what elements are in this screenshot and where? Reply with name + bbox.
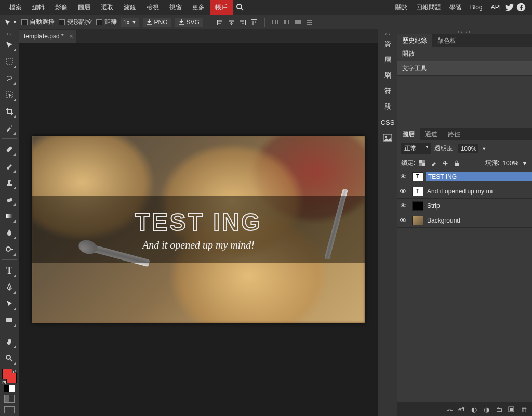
dock-para[interactable]: 段 (378, 99, 397, 114)
dock-brush[interactable]: 刷 (378, 68, 397, 83)
align-right-icon[interactable] (238, 18, 247, 27)
tab-channels[interactable]: 通道 (420, 128, 443, 140)
link-api[interactable]: API (487, 4, 505, 11)
color-swatches[interactable]: ⬔ ⇄ (2, 369, 17, 383)
facebook-icon[interactable] (516, 3, 528, 12)
distribute-4-icon[interactable] (305, 18, 314, 27)
layer-name[interactable]: TEST ING (426, 172, 532, 181)
menu-file[interactable]: 檔案 (4, 0, 27, 15)
layer-row[interactable]: 👁 T TEST ING (397, 170, 532, 184)
panel-grip[interactable]: ›› ‹‹ (397, 29, 532, 34)
distance-checkbox[interactable]: 距離 (96, 18, 117, 27)
tab-paths[interactable]: 路徑 (443, 128, 466, 140)
dock-char[interactable]: 符 (378, 83, 397, 99)
fill-input[interactable]: 100% (502, 160, 518, 167)
search-icon[interactable] (236, 3, 248, 11)
canvas[interactable]: TEST ING And it opened up my mind! (32, 136, 365, 323)
dock-image-icon[interactable] (378, 130, 397, 146)
transform-controls-checkbox[interactable]: 變形調控 (59, 18, 92, 27)
history-item[interactable]: 文字工具 (397, 61, 532, 76)
lock-brush-icon[interactable] (430, 159, 438, 167)
eyedropper-tool[interactable] (2, 121, 17, 135)
gradient-tool[interactable] (2, 209, 17, 223)
layer-name[interactable]: Strip (426, 202, 532, 210)
link-about[interactable]: 關於 (391, 3, 412, 12)
twitter-icon[interactable] (505, 3, 516, 12)
visibility-icon[interactable]: 👁 (397, 187, 409, 196)
tab-layers[interactable]: 圖層 (397, 128, 420, 140)
align-top-icon[interactable] (250, 18, 258, 27)
history-item[interactable]: 開啟 (397, 47, 532, 61)
fx-icon[interactable]: eff (457, 405, 466, 413)
link-learn[interactable]: 學習 (445, 3, 466, 12)
opacity-input[interactable]: 100% (458, 144, 478, 153)
link-blog[interactable]: Blog (466, 4, 487, 11)
reset-colors-icon[interactable]: ⬔ (2, 380, 7, 385)
zoom-ratio-select[interactable]: 1x▼ (121, 18, 139, 27)
export-png-button[interactable]: PNG (143, 18, 171, 27)
path-select-tool[interactable] (2, 296, 17, 311)
canvas-viewport[interactable]: TEST ING And it opened up my mind! (19, 43, 378, 416)
blend-mode-select[interactable]: 正常 (401, 143, 431, 154)
zoom-tool[interactable] (2, 351, 17, 366)
type-tool[interactable]: T (2, 263, 17, 278)
pen-tool[interactable] (2, 280, 17, 294)
lasso-tool[interactable] (2, 71, 17, 85)
tab-history[interactable]: 歷史紀錄 (397, 34, 432, 47)
lock-pixels-icon[interactable] (418, 159, 427, 167)
menu-more[interactable]: 更多 (187, 0, 210, 15)
menu-view[interactable]: 檢視 (141, 0, 164, 15)
auto-select-checkbox[interactable]: 自動選擇 (21, 18, 55, 27)
link-layers-icon[interactable]: ⫘ (445, 405, 453, 413)
close-tab-icon[interactable]: × (70, 33, 73, 40)
eraser-tool[interactable] (2, 192, 17, 206)
crop-tool[interactable] (2, 104, 17, 119)
dock-layers[interactable]: 層 (378, 52, 397, 68)
menu-account[interactable]: 帳戶 (210, 0, 233, 15)
adjustment-icon[interactable]: ◑ (482, 405, 490, 413)
hand-tool[interactable] (2, 334, 17, 349)
menu-layer[interactable]: 圖層 (73, 0, 96, 15)
distribute-2-icon[interactable] (283, 18, 291, 27)
menu-window[interactable]: 視窗 (164, 0, 187, 15)
dock-grip[interactable]: ‹ › (378, 31, 397, 36)
dodge-tool[interactable] (2, 242, 17, 256)
align-left-icon[interactable] (216, 18, 224, 27)
lock-all-icon[interactable] (453, 159, 461, 167)
document-tab[interactable]: template.psd * × (19, 30, 76, 43)
shape-tool[interactable] (2, 313, 17, 328)
layer-name[interactable]: And it opened up my mi (426, 188, 532, 195)
object-select-tool[interactable] (2, 87, 17, 102)
dock-info[interactable]: 資 (378, 36, 397, 52)
marquee-tool[interactable] (2, 54, 17, 69)
distribute-3-icon[interactable] (294, 18, 302, 27)
delete-icon[interactable]: 🗑 (520, 405, 528, 413)
blur-tool[interactable] (2, 225, 17, 240)
brush-tool[interactable] (2, 159, 17, 173)
swap-colors-icon[interactable]: ⇄ (12, 369, 17, 374)
visibility-icon[interactable]: 👁 (397, 202, 409, 210)
layer-row[interactable]: 👁 Strip (397, 199, 532, 213)
align-hcenter-icon[interactable] (227, 18, 235, 27)
lock-move-icon[interactable] (441, 159, 449, 167)
default-bw-icon[interactable] (4, 385, 15, 392)
new-layer-icon[interactable] (507, 405, 515, 413)
stamp-tool[interactable] (2, 175, 17, 190)
distribute-1-icon[interactable] (271, 18, 280, 27)
export-svg-button[interactable]: SVG (175, 18, 203, 27)
move-tool[interactable] (2, 37, 17, 52)
layer-row[interactable]: 👁 Background (397, 213, 532, 228)
quick-mask-icon[interactable] (4, 395, 15, 403)
visibility-icon[interactable]: 👁 (397, 216, 409, 225)
heal-tool[interactable] (2, 142, 17, 157)
menu-edit[interactable]: 編輯 (27, 0, 50, 15)
menu-image[interactable]: 影像 (50, 0, 73, 15)
mask-icon[interactable]: ◐ (470, 405, 478, 413)
opacity-slider-icon[interactable]: ▼ (482, 146, 486, 151)
layer-name[interactable]: Background (426, 217, 532, 224)
link-report[interactable]: 回報問題 (412, 3, 445, 12)
folder-icon[interactable]: 🗀 (495, 405, 503, 413)
layer-row[interactable]: 👁 T And it opened up my mi (397, 184, 532, 199)
dock-css[interactable]: CSS (378, 114, 397, 130)
fill-slider-icon[interactable]: ▼ (522, 160, 528, 167)
